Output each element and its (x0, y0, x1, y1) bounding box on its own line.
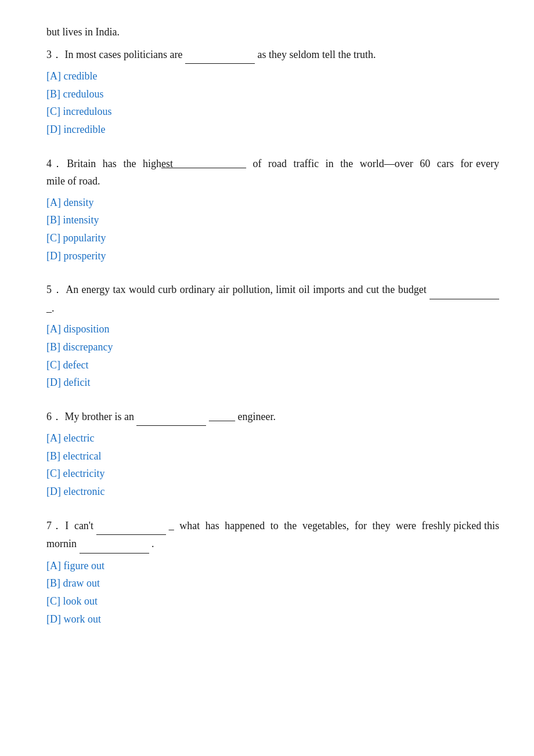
q7-blank (96, 517, 166, 536)
q3-option-b[interactable]: [B] credulous (46, 85, 499, 103)
q3-option-a[interactable]: [A] credible (46, 67, 499, 85)
q6-options: [A] electric [B] electrical [C] electric… (46, 429, 499, 500)
q7-option-d[interactable]: [D] work out (46, 610, 499, 628)
q3-blank (185, 46, 255, 64)
q3-options: [A] credible [B] credulous [C] incredulo… (46, 67, 499, 138)
q3-text-before: In most cases politicians are (65, 49, 183, 60)
intro-line: but lives in India. (46, 23, 499, 41)
q4-option-a[interactable]: [A] density (46, 194, 499, 212)
q6-option-b[interactable]: [B] electrical (46, 447, 499, 465)
q3-number: 3． (46, 49, 62, 60)
q3-option-d[interactable]: [D] incredible (46, 121, 499, 139)
q6-option-c[interactable]: [C] electricity (46, 465, 499, 483)
q6-text1: My brother is an (65, 411, 134, 422)
q3-option-c[interactable]: [C] incredulous (46, 103, 499, 121)
q6-option-d[interactable]: [D] electronic (46, 483, 499, 501)
q5-options: [A] disposition [B] discrepancy [C] defe… (46, 320, 499, 391)
q7-number: 7． (46, 520, 63, 531)
q4-option-b[interactable]: [B] intensity (46, 211, 499, 229)
q7-option-b[interactable]: [B] draw out (46, 574, 499, 592)
q7-text1: I can't (65, 520, 93, 531)
question-7-text: 7． I can't _ what has happened to the ve… (46, 517, 499, 554)
q4-option-c[interactable]: [C] popularity (46, 229, 499, 247)
q7-option-c[interactable]: [C] look out (46, 592, 499, 610)
question-5: 5． An energy tax would curb ordinary air… (46, 281, 499, 392)
question-4: 4． Britain has the highest______________… (46, 155, 499, 265)
q7-options: [A] figure out [B] draw out [C] look out… (46, 557, 499, 628)
q5-option-d[interactable]: [D] deficit (46, 374, 499, 392)
question-7: 7． I can't _ what has happened to the ve… (46, 517, 499, 628)
q6-option-a[interactable]: [A] electric (46, 429, 499, 447)
q5-option-a[interactable]: [A] disposition (46, 320, 499, 338)
q5-text2: _. (46, 302, 55, 314)
q4-text1: Britain has the high (67, 158, 161, 169)
q7-text3: . (151, 538, 154, 549)
question-6: 6． My brother is an _____ engineer. [A] … (46, 408, 499, 501)
q4-option-d[interactable]: [D] prosperity (46, 247, 499, 265)
q4-number: 4． (46, 158, 64, 169)
q7-blank2 (80, 535, 149, 554)
q7-option-a[interactable]: [A] figure out (46, 557, 499, 575)
q6-number: 6． (46, 411, 62, 422)
q5-option-c[interactable]: [C] defect (46, 356, 499, 374)
q5-option-b[interactable]: [B] discrepancy (46, 338, 499, 356)
q4-underline: est______________ (161, 158, 246, 169)
q5-blank (430, 281, 499, 299)
q6-blank (136, 408, 206, 426)
question-3: 3． In most cases politicians are as they… (46, 46, 499, 139)
question-6-text: 6． My brother is an _____ engineer. (46, 408, 499, 426)
q3-text-after: as they seldom tell the truth. (257, 49, 376, 60)
question-3-text: 3． In most cases politicians are as they… (46, 46, 499, 64)
q4-options: [A] density [B] intensity [C] popularity… (46, 194, 499, 265)
q5-number: 5． (46, 284, 63, 295)
question-4-text: 4． Britain has the highest______________… (46, 155, 499, 190)
q6-text2: _____ engineer. (209, 411, 276, 422)
question-5-text: 5． An energy tax would curb ordinary air… (46, 281, 499, 317)
q5-text1: An energy tax would curb ordinary air po… (66, 284, 426, 295)
